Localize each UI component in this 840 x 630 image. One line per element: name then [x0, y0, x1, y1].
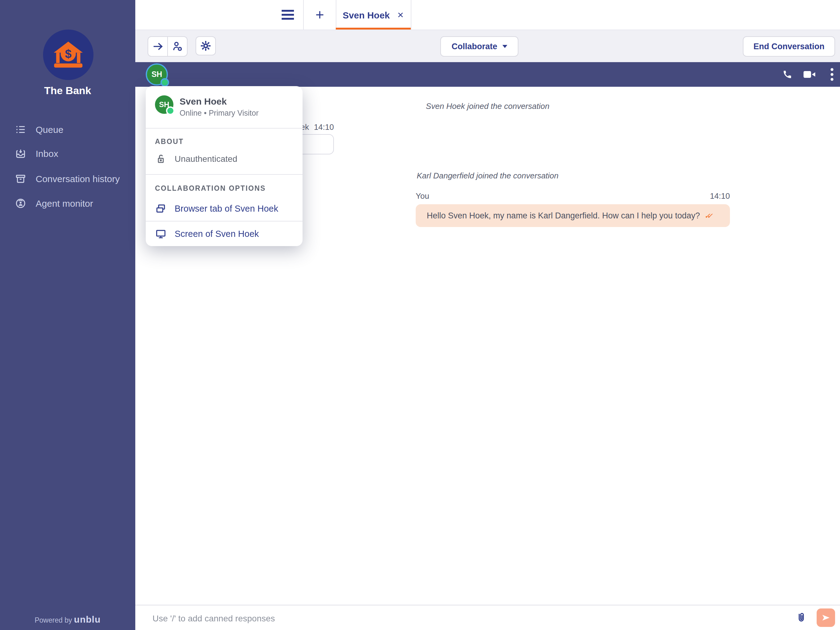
- unblu-logo: unblu: [74, 614, 101, 624]
- video-call-button[interactable]: [801, 66, 818, 83]
- powered-by: Powered by unblu: [0, 614, 135, 624]
- conversation-header: SH: [135, 62, 840, 87]
- sidebar-item-inbox[interactable]: Inbox: [0, 143, 135, 164]
- message-input[interactable]: [151, 605, 781, 630]
- agent-message-header: You 14:10: [416, 192, 730, 201]
- brand-title: The Bank: [0, 85, 135, 97]
- gear-icon: [200, 40, 212, 52]
- visitor-avatar[interactable]: SH: [146, 63, 168, 85]
- bank-logo: $: [43, 30, 93, 80]
- toolbar-button-group: [148, 36, 188, 57]
- hamburger-menu-button[interactable]: [276, 0, 300, 30]
- visitor-status-dot: [161, 78, 169, 87]
- popover-status-dot: [166, 106, 175, 115]
- popover-visitor-name: Sven Hoek: [180, 96, 227, 106]
- message-composer: [135, 605, 840, 630]
- agent-message-bubble: Hello Sven Hoek, my name is Karl Dangerf…: [416, 204, 730, 227]
- bank-building-icon: $: [52, 38, 85, 71]
- agent-message-text: Hello Sven Hoek, my name is Karl Dangerf…: [427, 211, 700, 220]
- collaboration-section-title: COLLABORATION OPTIONS: [155, 185, 266, 192]
- collab-option-screen[interactable]: Screen of Sven Hoek: [146, 222, 303, 246]
- sidebar-item-agent-monitor[interactable]: Agent monitor: [0, 193, 135, 214]
- svg-text:$: $: [65, 47, 71, 60]
- voice-call-button[interactable]: [778, 66, 796, 83]
- sidebar-item-conversation-history[interactable]: Conversation history: [0, 168, 135, 189]
- end-conversation-button[interactable]: End Conversation: [743, 36, 835, 57]
- tab-sven-hoek[interactable]: Sven Hoek ✕: [336, 0, 411, 30]
- visitor-message-time: 14:10: [314, 122, 334, 131]
- visitor-details-popover: SH Sven Hoek Online • Primary Visitor AB…: [146, 86, 303, 246]
- arrow-right-icon: [152, 41, 164, 52]
- tab-label: Sven Hoek: [343, 9, 390, 20]
- send-icon: [821, 613, 831, 623]
- conversation-history-icon: [15, 173, 27, 184]
- agent-monitor-icon: [15, 197, 27, 209]
- collab-option-browser-tab[interactable]: Browser tab of Sven Hoek: [146, 196, 303, 221]
- divider: [146, 174, 303, 175]
- conversation-toolbar: Collaborate End Conversation: [135, 30, 840, 62]
- settings-button[interactable]: [196, 36, 216, 55]
- phone-icon: [782, 69, 793, 80]
- screen-share-icon: [155, 228, 167, 240]
- read-receipt-icon: [704, 211, 709, 220]
- sidebar-item-queue[interactable]: Queue: [0, 119, 135, 140]
- video-camera-icon: [802, 69, 816, 80]
- inbox-icon: [15, 147, 27, 159]
- browser-tab-icon: [155, 203, 167, 214]
- lock-open-x-icon: [155, 153, 167, 165]
- tab-close-icon[interactable]: ✕: [397, 10, 404, 19]
- sidebar-item-label: Inbox: [36, 148, 58, 158]
- popover-visitor-avatar: SH: [155, 95, 174, 114]
- attach-file-button[interactable]: [793, 610, 809, 626]
- divider: [411, 0, 411, 30]
- agent-message-sender: You: [416, 192, 429, 201]
- paperclip-icon: [795, 611, 807, 624]
- menu-icon: [282, 10, 294, 20]
- sidebar-item-label: Queue: [36, 124, 63, 135]
- active-tab-indicator: [336, 27, 411, 30]
- collaborate-button[interactable]: Collaborate: [440, 36, 518, 57]
- invite-person-button[interactable]: [168, 37, 187, 56]
- send-button[interactable]: [816, 608, 835, 627]
- sidebar-item-label: Agent monitor: [36, 198, 93, 208]
- more-options-button[interactable]: [823, 66, 840, 83]
- person-add-icon: [172, 41, 183, 52]
- divider: [146, 128, 303, 128]
- kebab-menu-icon: [830, 68, 834, 81]
- agent-message-time: 14:10: [710, 192, 730, 201]
- forward-conversation-button[interactable]: [148, 37, 167, 56]
- queue-list-icon: [15, 123, 27, 135]
- chevron-down-icon: [502, 45, 507, 48]
- about-section-title: ABOUT: [155, 138, 184, 145]
- new-tab-button[interactable]: +: [304, 0, 336, 30]
- tab-bar: + Sven Hoek ✕ KD: [135, 0, 840, 30]
- sidebar: $ The Bank Queue Inbox: [0, 0, 135, 630]
- sidebar-item-label: Conversation history: [36, 173, 120, 184]
- popover-visitor-status: Online • Primary Visitor: [180, 109, 259, 117]
- authentication-status: Unauthenticated: [146, 148, 303, 170]
